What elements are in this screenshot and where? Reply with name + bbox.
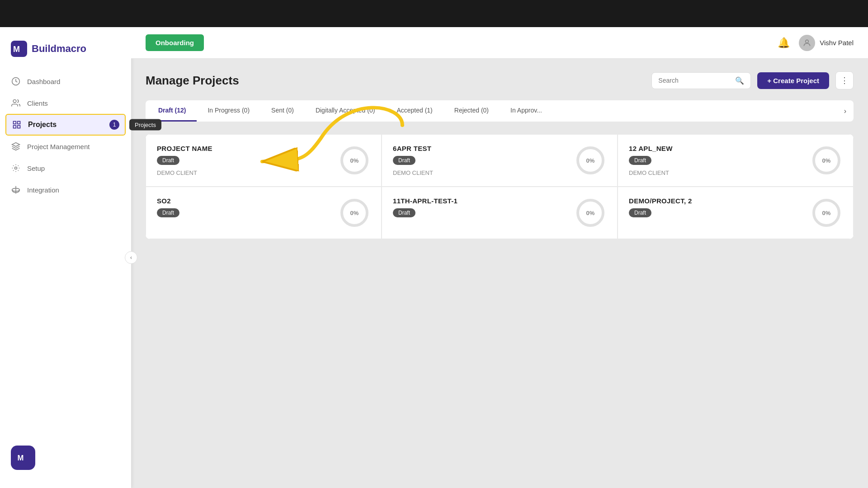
integration-icon	[11, 185, 21, 195]
svg-text:0%: 0%	[350, 157, 359, 164]
projects-tooltip: Projects	[129, 119, 161, 131]
svg-point-8	[15, 167, 17, 169]
status-badge: Draft	[157, 156, 179, 165]
svg-text:0%: 0%	[822, 157, 831, 164]
sidebar-item-integration[interactable]: Integration	[0, 179, 131, 201]
buildmacro-logo-icon: M	[11, 41, 27, 57]
sidebar-label-dashboard: Dashboard	[27, 78, 60, 85]
project-name: 11TH-APRL-TEST-1	[393, 197, 567, 205]
tabs-row: Draft (12) In Progress (0) Sent (0) Digi…	[146, 100, 854, 122]
sidebar-item-project-management[interactable]: Project Management	[0, 136, 131, 157]
progress-circle: 0%	[575, 145, 606, 176]
logo-text: Buildmacro	[32, 43, 86, 55]
tabs-scroll-right[interactable]: ›	[839, 101, 852, 122]
project-info: 12 APL_NEW Draft DEMO CLIENT	[629, 145, 803, 176]
progress-circle: 0%	[339, 145, 370, 176]
create-project-button[interactable]: + Create Project	[757, 72, 829, 89]
user-area[interactable]: Vishv Patel	[799, 35, 854, 51]
projects-grid: PROJECT NAME Draft DEMO CLIENT 0% 6APR T…	[146, 134, 854, 239]
project-name: 6APR TEST	[393, 145, 567, 152]
clients-icon	[11, 98, 21, 108]
tab-draft[interactable]: Draft (12)	[147, 100, 197, 122]
project-card[interactable]: DEMO/PROJECT, 2 Draft 0%	[618, 187, 854, 239]
svg-rect-5	[18, 122, 20, 124]
project-card[interactable]: PROJECT NAME Draft DEMO CLIENT 0%	[146, 134, 382, 187]
sidebar: M Buildmacro Dashboard Clients Projects …	[0, 27, 131, 488]
svg-point-3	[13, 100, 16, 103]
page-title: Manage Projects	[146, 74, 239, 88]
project-name: DEMO/PROJECT, 2	[629, 197, 803, 205]
svg-text:0%: 0%	[822, 210, 831, 216]
projects-area: Manage Projects 🔍 + Create Project ⋮ Dra…	[131, 59, 868, 488]
status-badge: Draft	[393, 156, 415, 165]
content-header: Onboarding 🔔 Vishv Patel	[131, 27, 868, 59]
projects-header: Manage Projects 🔍 + Create Project ⋮	[146, 71, 854, 89]
svg-text:M: M	[18, 454, 24, 462]
user-avatar	[799, 35, 815, 51]
client-name: DEMO CLIENT	[393, 169, 567, 176]
tab-sent[interactable]: Sent (0)	[260, 100, 305, 122]
projects-badge: 1	[109, 120, 119, 130]
notification-icon[interactable]: 🔔	[778, 37, 790, 49]
search-input[interactable]	[658, 77, 731, 84]
sidebar-label-clients: Clients	[27, 99, 48, 107]
sidebar-label-projects: Projects	[28, 121, 57, 129]
project-info: SO2 Draft	[157, 197, 331, 217]
sidebar-bottom: M	[0, 436, 131, 479]
project-name: 12 APL_NEW	[629, 145, 803, 152]
bottom-logo: M	[11, 446, 35, 470]
sidebar-item-dashboard[interactable]: Dashboard	[0, 70, 131, 92]
project-card[interactable]: SO2 Draft 0%	[146, 187, 382, 239]
client-name: DEMO CLIENT	[629, 169, 803, 176]
tab-in-progress[interactable]: In Progress (0)	[197, 100, 260, 122]
status-badge: Draft	[629, 156, 651, 165]
search-box[interactable]: 🔍	[651, 72, 751, 89]
sidebar-item-projects[interactable]: Projects 1 Projects	[5, 114, 126, 136]
svg-rect-4	[14, 122, 16, 124]
sidebar-item-clients[interactable]: Clients	[0, 92, 131, 114]
svg-text:0%: 0%	[350, 210, 359, 216]
project-card[interactable]: 6APR TEST Draft DEMO CLIENT 0%	[382, 134, 618, 187]
header-actions: 🔍 + Create Project ⋮	[651, 71, 854, 89]
progress-circle: 0%	[575, 197, 606, 229]
more-options-button[interactable]: ⋮	[835, 71, 854, 89]
project-card[interactable]: 11TH-APRL-TEST-1 Draft 0%	[382, 187, 618, 239]
sidebar-label-integration: Integration	[27, 186, 59, 194]
project-name: SO2	[157, 197, 331, 205]
svg-rect-7	[18, 126, 20, 128]
chevron-left-icon: ‹	[130, 254, 132, 261]
svg-rect-6	[14, 126, 16, 128]
onboarding-button[interactable]: Onboarding	[146, 34, 204, 51]
project-card[interactable]: 12 APL_NEW Draft DEMO CLIENT 0%	[618, 134, 854, 187]
tab-accepted[interactable]: Accepted (1)	[386, 100, 443, 122]
tab-digitally-accepted[interactable]: Digitally Accepted (0)	[305, 100, 386, 122]
dashboard-icon	[11, 76, 21, 86]
setup-icon	[11, 163, 21, 173]
tab-rejected[interactable]: Rejected (0)	[443, 100, 500, 122]
logo-area: M Buildmacro	[0, 36, 131, 70]
progress-circle: 0%	[811, 197, 842, 229]
status-badge: Draft	[393, 208, 415, 217]
progress-circle: 0%	[811, 145, 842, 176]
sidebar-label-setup: Setup	[27, 164, 45, 172]
project-info: 6APR TEST Draft DEMO CLIENT	[393, 145, 567, 176]
more-icon: ⋮	[840, 75, 849, 85]
management-icon	[11, 141, 21, 151]
client-name: DEMO CLIENT	[157, 169, 331, 176]
tab-in-approval[interactable]: In Approv...	[500, 100, 553, 122]
project-name: PROJECT NAME	[157, 145, 331, 152]
project-info: DEMO/PROJECT, 2 Draft	[629, 197, 803, 217]
project-info: PROJECT NAME Draft DEMO CLIENT	[157, 145, 331, 176]
svg-text:0%: 0%	[586, 157, 595, 164]
svg-point-11	[806, 40, 809, 43]
sidebar-label-management: Project Management	[27, 143, 90, 150]
progress-circle: 0%	[339, 197, 370, 229]
project-info: 11TH-APRL-TEST-1 Draft	[393, 197, 567, 217]
header-right: 🔔 Vishv Patel	[778, 35, 854, 51]
sidebar-item-setup[interactable]: Setup	[0, 157, 131, 179]
search-icon: 🔍	[735, 76, 744, 85]
sidebar-collapse-button[interactable]: ‹	[125, 251, 137, 264]
user-name: Vishv Patel	[820, 39, 854, 47]
projects-icon	[12, 120, 22, 130]
status-badge: Draft	[157, 208, 179, 217]
